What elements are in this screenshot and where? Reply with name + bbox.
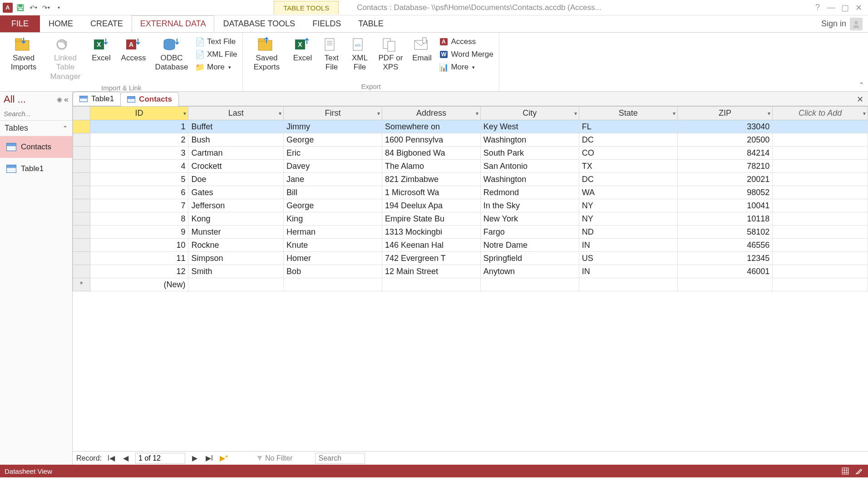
cell-last[interactable]: Smith [188,265,284,278]
cell-blank[interactable] [773,160,868,173]
row-selector[interactable] [73,173,90,186]
datasheet[interactable]: ID▾ Last▾ First▾ Address▾ City▾ State▾ Z… [73,106,868,451]
cell-zip[interactable]: 10118 [677,212,773,226]
cell-address[interactable]: 821 Zimbabwe [382,173,480,186]
cell-first[interactable]: Eric [284,147,382,160]
tab-create[interactable]: CREATE [82,15,132,32]
cell-blank[interactable] [773,226,868,239]
cell-zip[interactable]: 12345 [677,252,773,265]
cell-id[interactable]: 7 [90,199,188,212]
cell-first[interactable]: George [284,199,382,212]
row-selector[interactable] [73,147,90,160]
cell-id[interactable]: 4 [90,160,188,173]
cell-first[interactable]: Homer [284,252,382,265]
last-record-button[interactable]: ▶I [204,454,214,463]
cell-id[interactable]: 5 [90,173,188,186]
cell-last[interactable]: Doe [188,173,284,186]
cell-zip[interactable]: 46556 [677,239,773,252]
column-header-last[interactable]: Last▾ [188,107,284,120]
cell-address[interactable]: Empire State Bu [382,212,480,226]
new-record-row[interactable]: *(New) [73,278,868,291]
table-row[interactable]: 11SimpsonHomer742 Evergreen TSpringfield… [73,252,868,265]
cell-id[interactable]: 3 [90,147,188,160]
cell-last[interactable]: Rockne [188,239,284,252]
close-icon[interactable]: ✕ [853,2,864,14]
cell-first[interactable]: Bob [284,265,382,278]
cell-zip[interactable]: 10041 [677,199,773,212]
cell-first[interactable]: Bill [284,186,382,199]
row-selector[interactable]: * [73,278,90,291]
chevron-down-icon[interactable]: ▾ [673,110,676,117]
row-selector[interactable] [73,239,90,252]
cell-address[interactable]: 1313 Mockingbi [382,226,480,239]
cell-id[interactable]: 8 [90,212,188,226]
cell-city[interactable]: Fargo [480,226,579,239]
cell-first[interactable]: King [284,212,382,226]
cell-zip[interactable]: 78210 [677,160,773,173]
table-row[interactable]: 12SmithBob12 Main StreetAnytownIN46001 [73,265,868,278]
cell-blank[interactable] [773,133,868,147]
tab-file[interactable]: FILE [0,15,40,32]
saved-imports-button[interactable]: Saved Imports [4,34,44,74]
import-xml-file-button[interactable]: 📄XML File [193,49,239,60]
filter-indicator[interactable]: No Filter [256,454,292,462]
nav-collapse-icon[interactable]: « [64,95,69,104]
table-row[interactable]: 1BuffetJimmySomewhere onKey WestFL33040 [73,120,868,133]
cell-state[interactable]: CO [579,147,677,160]
table-row[interactable]: 6GatesBill1 Microsoft WaRedmondWA98052 [73,186,868,199]
column-header-click-to-add[interactable]: Click to Add▾ [773,107,868,120]
column-header-state[interactable]: State▾ [579,107,677,120]
cell-city[interactable]: South Park [480,147,579,160]
odbc-button[interactable]: ODBC Database [152,34,192,74]
import-more-button[interactable]: 📁More▾ [193,62,239,73]
import-text-file-button[interactable]: 📄Text File [193,36,239,47]
doctab-contacts[interactable]: Contacts [120,92,179,106]
cell-state[interactable]: IN [579,239,677,252]
chevron-down-icon[interactable]: ▾ [183,110,186,117]
table-row[interactable]: 7JeffersonGeorge194 Deelux ApaIn the Sky… [73,199,868,212]
cell-state[interactable]: FL [579,120,677,133]
cell-first[interactable]: Davey [284,160,382,173]
cell-city[interactable]: Springfield [480,252,579,265]
design-view-icon[interactable] [854,466,863,476]
cell-last[interactable]: Bush [188,133,284,147]
cell-zip[interactable]: 20021 [677,173,773,186]
chevron-down-icon[interactable]: ▾ [768,110,770,117]
cell-zip[interactable]: 98052 [677,186,773,199]
cell-state[interactable]: NY [579,212,677,226]
cell-zip[interactable]: 33040 [677,120,773,133]
datasheet-view-icon[interactable] [841,466,850,476]
collapse-ribbon-icon[interactable]: ⌃ [858,81,864,89]
cell-city[interactable]: Washington [480,133,579,147]
cell-zip[interactable]: 46001 [677,265,773,278]
cell-city[interactable]: Washington [480,173,579,186]
chevron-down-icon[interactable]: ▾ [476,110,478,117]
nav-item-table1[interactable]: Table1 [0,158,72,180]
prev-record-button[interactable]: ◀ [121,454,131,463]
cell-id[interactable]: 11 [90,252,188,265]
cell-last[interactable]: Gates [188,186,284,199]
minimize-icon[interactable]: — [825,2,837,14]
export-more-button[interactable]: 📊More▾ [437,62,495,73]
nav-title[interactable]: All ... [4,93,55,105]
cell-blank[interactable] [773,212,868,226]
cell-zip[interactable]: 20500 [677,133,773,147]
cell-id[interactable]: 6 [90,186,188,199]
export-xml-file-button[interactable]: </> XML File [346,34,373,74]
nav-group-tables[interactable]: Tables ⌃ [0,121,72,136]
cell-city[interactable]: In the Sky [480,199,579,212]
cell-first[interactable]: Herman [284,226,382,239]
tab-fields[interactable]: FIELDS [304,15,350,32]
nav-filter-icon[interactable]: ◉ [57,96,62,103]
cell-zip[interactable]: 58102 [677,226,773,239]
export-access-button[interactable]: AAccess [437,36,495,47]
cell-last[interactable]: Buffet [188,120,284,133]
cell-id[interactable]: 9 [90,226,188,239]
record-position-input[interactable] [135,453,185,464]
doctab-table1[interactable]: Table1 [73,92,121,106]
cell-city[interactable]: Notre Dame [480,239,579,252]
cell-state[interactable]: TX [579,160,677,173]
row-selector[interactable] [73,226,90,239]
import-access-button[interactable]: A Access [117,34,150,64]
first-record-button[interactable]: I◀ [106,454,116,463]
